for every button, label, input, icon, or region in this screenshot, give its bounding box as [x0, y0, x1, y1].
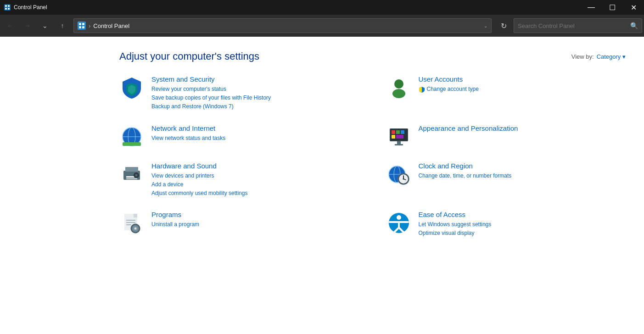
appearance-text: Appearance and Personalization	[419, 124, 626, 134]
svg-rect-21	[401, 130, 404, 134]
recent-locations-button[interactable]: ⌄	[37, 17, 53, 34]
user-accounts-icon	[386, 75, 411, 100]
window-title: Control Panel	[14, 4, 47, 11]
svg-rect-7	[82, 23, 84, 25]
search-icon: 🔍	[630, 22, 638, 29]
svg-rect-1	[5, 5, 7, 7]
maximize-button[interactable]: ☐	[602, 0, 623, 15]
clock-region-link-1[interactable]: Change date, time, or number formats	[419, 172, 626, 180]
hardware-sound-link-3[interactable]: Adjust commonly used mobility settings	[151, 189, 359, 198]
refresh-button[interactable]: ↻	[496, 18, 511, 33]
view-by-label: View by:	[571, 53, 594, 60]
address-separator: ›	[89, 22, 90, 29]
clock-region-text: Clock and Region Change date, time, or n…	[419, 162, 626, 180]
system-security-link-1[interactable]: Review your computer's status	[151, 85, 359, 94]
svg-rect-27	[125, 167, 138, 172]
svg-point-32	[135, 174, 137, 176]
address-dropdown-icon[interactable]: ⌄	[484, 23, 487, 28]
svg-point-10	[394, 79, 403, 89]
titlebar-controls: — ☐ ✕	[581, 0, 644, 15]
svg-rect-9	[82, 26, 84, 28]
svg-rect-4	[8, 8, 10, 10]
svg-rect-22	[392, 135, 395, 139]
svg-rect-3	[5, 8, 7, 10]
network-internet-text: Network and Internet View network status…	[151, 124, 359, 143]
ease-of-access-link-2[interactable]: Optimize visual display	[419, 229, 626, 238]
svg-point-52	[397, 215, 401, 220]
svg-rect-19	[392, 130, 395, 134]
category-item-programs: Programs Uninstall a program	[119, 211, 359, 238]
category-item-ease-of-access: Ease of Access Let Windows suggest setti…	[386, 211, 626, 238]
network-internet-icon	[119, 124, 144, 149]
minimize-button[interactable]: —	[581, 0, 602, 15]
view-by-control: View by: Category ▾	[571, 53, 626, 60]
system-security-link-2[interactable]: Save backup copies of your files with Fi…	[151, 94, 359, 102]
svg-point-50	[135, 228, 136, 229]
address-bar[interactable]: › Control Panel ⌄	[73, 18, 492, 33]
hardware-sound-icon	[119, 162, 144, 187]
system-security-title[interactable]: System and Security	[151, 75, 359, 83]
system-security-link-3[interactable]: Backup and Restore (Windows 7)	[151, 102, 359, 111]
forward-button[interactable]: →	[19, 17, 36, 34]
category-item-clock-region: Clock and Region Change date, time, or n…	[386, 162, 626, 198]
ease-of-access-icon	[386, 211, 411, 235]
svg-rect-2	[8, 5, 10, 7]
category-item-appearance: Appearance and Personalization	[386, 124, 626, 149]
user-accounts-title[interactable]: User Accounts	[419, 75, 626, 83]
svg-rect-20	[396, 130, 400, 134]
svg-rect-16	[123, 142, 141, 146]
appearance-icon	[386, 124, 411, 149]
programs-icon	[119, 211, 144, 235]
hardware-sound-title[interactable]: Hardware and Sound	[151, 162, 359, 170]
up-button[interactable]: ↑	[54, 17, 71, 34]
svg-rect-23	[396, 135, 403, 139]
clock-region-title[interactable]: Clock and Region	[419, 162, 626, 170]
back-button[interactable]: ←	[2, 17, 18, 34]
category-item-network-internet: Network and Internet View network status…	[119, 124, 359, 149]
titlebar: Control Panel — ☐ ✕	[0, 0, 644, 15]
network-internet-link-1[interactable]: View network status and tasks	[151, 134, 359, 143]
svg-rect-25	[395, 144, 403, 145]
app-icon	[4, 4, 11, 11]
ease-of-access-title[interactable]: Ease of Access	[419, 211, 626, 218]
address-text: Control Panel	[93, 22, 481, 29]
navbar: ← → ⌄ ↑ › Control Panel ⌄ ↻ 🔍	[0, 15, 644, 37]
close-button[interactable]: ✕	[623, 0, 644, 15]
ease-of-access-link-1[interactable]: Let Windows suggest settings	[419, 220, 626, 229]
programs-text: Programs Uninstall a program	[151, 211, 359, 229]
svg-rect-29	[126, 178, 137, 179]
search-bar[interactable]: 🔍	[514, 18, 642, 33]
main-content: Adjust your computer's settings View by:…	[0, 37, 644, 334]
ease-of-access-text: Ease of Access Let Windows suggest setti…	[419, 211, 626, 238]
hardware-sound-link-2[interactable]: Add a device	[151, 180, 359, 189]
appearance-title[interactable]: Appearance and Personalization	[419, 124, 626, 132]
hardware-sound-text: Hardware and Sound View devices and prin…	[151, 162, 359, 198]
category-item-hardware-sound: Hardware and Sound View devices and prin…	[119, 162, 359, 198]
svg-rect-6	[79, 23, 81, 25]
system-security-icon	[119, 75, 144, 100]
svg-rect-43	[134, 214, 137, 217]
network-internet-title[interactable]: Network and Internet	[151, 124, 359, 132]
categories-grid: System and Security Review your computer…	[119, 75, 626, 238]
user-accounts-link-1[interactable]: Change account type	[427, 85, 479, 94]
svg-rect-24	[397, 141, 401, 144]
page-title: Adjust your computer's settings	[119, 50, 259, 62]
search-input[interactable]	[518, 22, 627, 29]
user-accounts-text: User Accounts Change account type	[419, 75, 626, 94]
page-header: Adjust your computer's settings View by:…	[119, 50, 626, 62]
hardware-sound-link-1[interactable]: View devices and printers	[151, 172, 359, 180]
svg-point-41	[403, 178, 404, 179]
programs-link-1[interactable]: Uninstall a program	[151, 220, 359, 229]
svg-point-11	[392, 89, 405, 98]
titlebar-left: Control Panel	[4, 4, 47, 11]
svg-rect-8	[79, 26, 81, 28]
system-security-text: System and Security Review your computer…	[151, 75, 359, 111]
address-icon	[78, 22, 86, 30]
category-item-system-security: System and Security Review your computer…	[119, 75, 359, 111]
view-by-value[interactable]: Category ▾	[597, 53, 626, 60]
category-item-user-accounts: User Accounts Change account type	[386, 75, 626, 111]
shield-uac-icon	[419, 86, 425, 93]
clock-region-icon	[386, 162, 411, 187]
programs-title[interactable]: Programs	[151, 211, 359, 218]
